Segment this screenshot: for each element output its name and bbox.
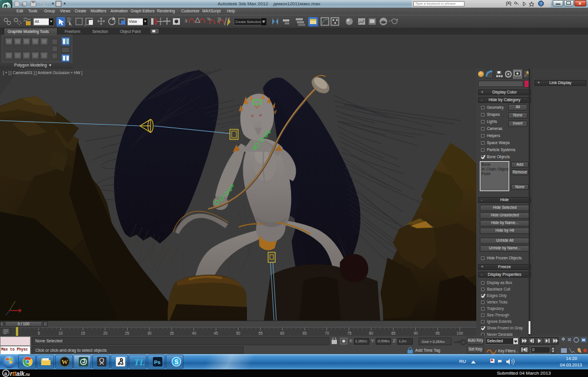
svg-text:Key Filters...: Key Filters...	[498, 349, 518, 353]
svg-text:All: All	[35, 19, 39, 24]
svg-text:?: ?	[540, 2, 542, 6]
svg-text:15: 15	[81, 331, 85, 335]
svg-text:35: 35	[169, 331, 174, 335]
svg-text:S: S	[175, 359, 179, 365]
svg-text:5: 5	[38, 331, 40, 335]
svg-text:90: 90	[413, 331, 418, 335]
svg-text:View: View	[129, 19, 137, 24]
svg-text:rttalk.ru: rttalk.ru	[10, 371, 30, 377]
svg-text:70: 70	[325, 331, 329, 335]
svg-text:75: 75	[347, 331, 352, 335]
svg-text:Create Selection S: Create Selection S	[235, 20, 265, 24]
svg-text:W: W	[62, 358, 68, 365]
svg-text:95: 95	[435, 331, 440, 335]
svg-text:TL: TL	[134, 358, 145, 367]
svg-text:30: 30	[147, 331, 152, 335]
svg-text:10: 10	[58, 331, 63, 335]
svg-text:[ + ] [ Camera001 ] [ Ambient: [ + ] [ Camera001 ] [ Ambient Occlusion …	[3, 71, 82, 75]
svg-text:85: 85	[391, 331, 396, 335]
svg-text:a: a	[4, 371, 8, 376]
svg-text:45: 45	[213, 331, 218, 335]
svg-text:60: 60	[280, 331, 285, 335]
svg-text:55: 55	[258, 331, 263, 335]
svg-text:100: 100	[457, 331, 463, 335]
svg-text:65: 65	[302, 331, 307, 335]
svg-text:20: 20	[103, 331, 108, 335]
svg-text:50: 50	[236, 331, 240, 335]
svg-text:25: 25	[125, 331, 129, 335]
svg-text:Ps: Ps	[154, 359, 161, 365]
svg-text:80: 80	[369, 331, 373, 335]
svg-text:40: 40	[192, 331, 196, 335]
svg-text:3: 3	[185, 18, 188, 24]
svg-text:%: %	[207, 17, 211, 21]
